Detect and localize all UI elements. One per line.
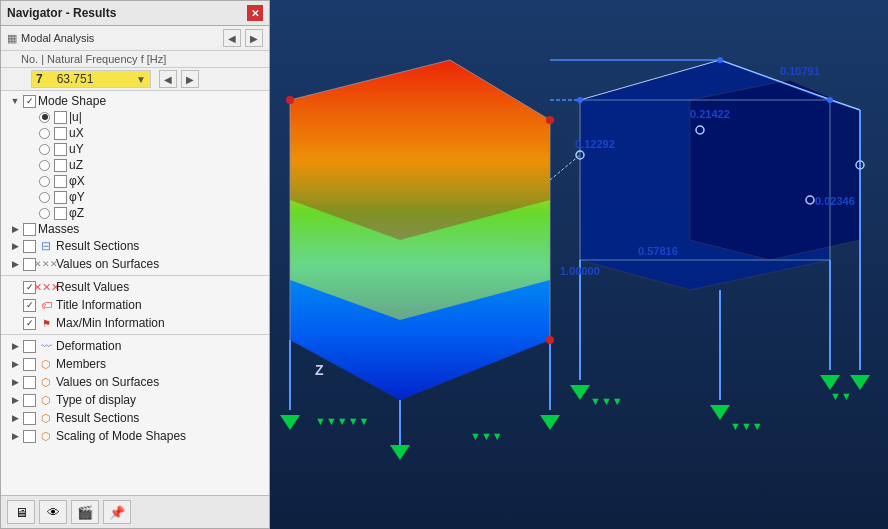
phiz-label: φZ: [69, 206, 84, 220]
checkbox-phix[interactable]: [54, 175, 67, 188]
freq-nav-left-button[interactable]: ◀: [159, 70, 177, 88]
nav-left-button[interactable]: ◀: [223, 29, 241, 47]
checkbox-mode-shape[interactable]: [23, 95, 36, 108]
tree-uz[interactable]: uZ: [1, 157, 269, 173]
checkbox-deformation[interactable]: [23, 340, 36, 353]
checkbox-title-information[interactable]: [23, 299, 36, 312]
frequency-value: 63.751: [57, 72, 128, 86]
svg-point-53: [546, 116, 554, 124]
viewport: ▼▼▼▼▼ ▼▼▼ ▼▼▼ ▼▼▼ ▼▼ 0.10791 0.21422 0.1…: [270, 0, 888, 529]
view-button[interactable]: 👁: [39, 500, 67, 524]
expand-values-surfaces-1-icon: ▶: [9, 258, 21, 270]
tree-phiz[interactable]: φZ: [1, 205, 269, 221]
expand-members-icon: ▶: [9, 358, 21, 370]
tree-deformation[interactable]: ▶ 〰 Deformation: [1, 337, 269, 355]
tree-maxmin-information[interactable]: ▶ ⚑ Max/Min Information: [1, 314, 269, 332]
radio-phiy[interactable]: [39, 192, 50, 203]
tree-ux[interactable]: uX: [1, 125, 269, 141]
tree-members[interactable]: ▶ ⬡ Members: [1, 355, 269, 373]
checkbox-maxmin-information[interactable]: [23, 317, 36, 330]
values-surfaces-1-label: Values on Surfaces: [56, 257, 159, 271]
display-button[interactable]: 🖥: [7, 500, 35, 524]
tree-values-on-surfaces-1[interactable]: ▶ ✕✕✕ Values on Surfaces: [1, 255, 269, 273]
svg-point-57: [717, 57, 723, 63]
frequency-select-box[interactable]: 7 63.751 ▼: [31, 70, 151, 88]
uz-label: uZ: [69, 158, 83, 172]
tree-type-of-display[interactable]: ▶ ⬡ Type of display: [1, 391, 269, 409]
svg-text:▼▼▼▼▼: ▼▼▼▼▼: [315, 415, 369, 427]
checkbox-phiy[interactable]: [54, 191, 67, 204]
pin-button[interactable]: 📌: [103, 500, 131, 524]
tree-result-values[interactable]: ▶ ✕✕✕ Result Values: [1, 278, 269, 296]
bottom-toolbar: 🖥 👁 🎬 📌: [1, 495, 269, 528]
freq-nav-right-button[interactable]: ▶: [181, 70, 199, 88]
tree-uy[interactable]: uY: [1, 141, 269, 157]
checkbox-ux[interactable]: [54, 127, 67, 140]
checkbox-uz[interactable]: [54, 159, 67, 172]
expand-deformation-icon: ▶: [9, 340, 21, 352]
checkbox-values-surfaces-2[interactable]: [23, 376, 36, 389]
scaling-mode-shapes-label: Scaling of Mode Shapes: [56, 429, 186, 443]
svg-text:0.57816: 0.57816: [638, 245, 678, 257]
svg-text:▼▼▼: ▼▼▼: [470, 430, 503, 442]
checkbox-result-sections-2[interactable]: [23, 412, 36, 425]
svg-text:0.21422: 0.21422: [690, 108, 730, 120]
deformation-icon: 〰: [38, 338, 54, 354]
checkbox-result-sections-1[interactable]: [23, 240, 36, 253]
radio-phix[interactable]: [39, 176, 50, 187]
u-abs-label: |u|: [69, 110, 82, 124]
tree-mode-shape[interactable]: ▼ Mode Shape: [1, 93, 269, 109]
svg-point-56: [827, 97, 833, 103]
expand-type-display-icon: ▶: [9, 394, 21, 406]
checkbox-type-of-display[interactable]: [23, 394, 36, 407]
result-values-icon: ✕✕✕: [38, 279, 54, 295]
tree-area: ▼ Mode Shape |u| uX uY uZ φX: [1, 91, 269, 495]
tree-masses[interactable]: ▶ Masses: [1, 221, 269, 237]
checkbox-uy[interactable]: [54, 143, 67, 156]
radio-uz[interactable]: [39, 160, 50, 171]
tree-phiy[interactable]: φY: [1, 189, 269, 205]
expand-result-sections-2-icon: ▶: [9, 412, 21, 424]
checkbox-phiz[interactable]: [54, 207, 67, 220]
radio-uy[interactable]: [39, 144, 50, 155]
svg-text:Z: Z: [315, 362, 324, 378]
deformation-label: Deformation: [56, 339, 121, 353]
tree-scaling-mode-shapes[interactable]: ▶ ⬡ Scaling of Mode Shapes: [1, 427, 269, 445]
result-sections-2-label: Result Sections: [56, 411, 139, 425]
tree-phix[interactable]: φX: [1, 173, 269, 189]
nav-right-button[interactable]: ▶: [245, 29, 263, 47]
checkbox-scaling-mode-shapes[interactable]: [23, 430, 36, 443]
tree-result-sections-2[interactable]: ▶ ⬡ Result Sections: [1, 409, 269, 427]
structure-visualization: ▼▼▼▼▼ ▼▼▼ ▼▼▼ ▼▼▼ ▼▼ 0.10791 0.21422 0.1…: [270, 0, 888, 529]
svg-text:▼▼▼: ▼▼▼: [730, 420, 763, 432]
navigator-panel: Navigator - Results ✕ ▦ Modal Analysis ◀…: [0, 0, 270, 529]
analysis-label: Modal Analysis: [21, 32, 219, 44]
tree-values-on-surfaces-2[interactable]: ▶ ⬡ Values on Surfaces: [1, 373, 269, 391]
expand-scaling-icon: ▶: [9, 430, 21, 442]
mode-shape-label: Mode Shape: [38, 94, 106, 108]
dropdown-arrow-icon[interactable]: ▼: [136, 74, 146, 85]
freq-no-label: No. | Natural Frequency f [Hz]: [21, 53, 166, 65]
close-button[interactable]: ✕: [247, 5, 263, 21]
checkbox-masses[interactable]: [23, 223, 36, 236]
title-information-label: Title Information: [56, 298, 142, 312]
animate-button[interactable]: 🎬: [71, 500, 99, 524]
svg-text:1.00000: 1.00000: [560, 265, 600, 277]
checkbox-members[interactable]: [23, 358, 36, 371]
tree-u-abs[interactable]: |u|: [1, 109, 269, 125]
frequency-selector-row[interactable]: 7 63.751 ▼ ◀ ▶: [1, 68, 269, 91]
phix-label: φX: [69, 174, 85, 188]
tree-title-information[interactable]: ▶ 🏷 Title Information: [1, 296, 269, 314]
tree-result-sections-1[interactable]: ▶ ⊟ Result Sections: [1, 237, 269, 255]
frequency-row: No. | Natural Frequency f [Hz]: [1, 51, 269, 68]
radio-u-abs[interactable]: [39, 112, 50, 123]
type-display-icon: ⬡: [38, 392, 54, 408]
analysis-bar: ▦ Modal Analysis ◀ ▶: [1, 26, 269, 51]
radio-phiz[interactable]: [39, 208, 50, 219]
expand-values-surfaces-2-icon: ▶: [9, 376, 21, 388]
radio-ux[interactable]: [39, 128, 50, 139]
checkbox-u-abs[interactable]: [54, 111, 67, 124]
svg-text:▼▼▼: ▼▼▼: [590, 395, 623, 407]
maxmin-icon: ⚑: [38, 315, 54, 331]
svg-point-55: [577, 97, 583, 103]
